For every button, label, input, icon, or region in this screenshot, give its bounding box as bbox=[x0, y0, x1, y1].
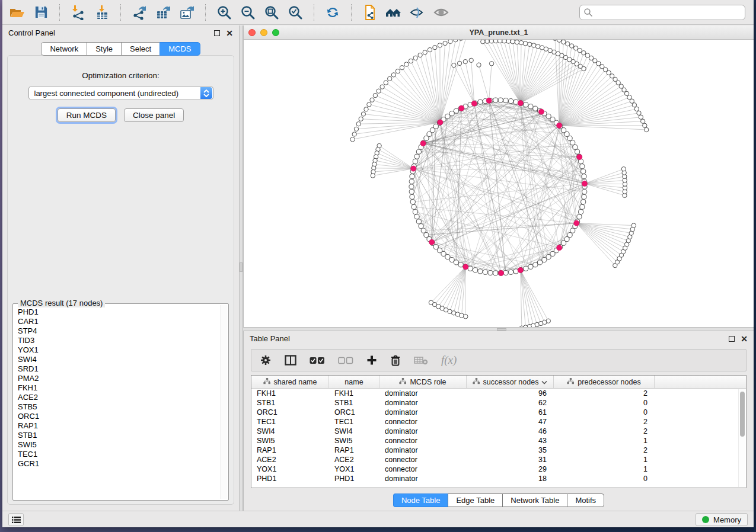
table-row[interactable]: ORC1ORC1dominator610 bbox=[251, 408, 746, 417]
table-cell: ACE2 bbox=[251, 456, 329, 464]
run-mcds-button[interactable]: Run MCDS bbox=[58, 108, 116, 122]
table-cell: ORC1 bbox=[329, 408, 379, 416]
tab-select[interactable]: Select bbox=[121, 42, 160, 56]
list-item[interactable]: SRD1 bbox=[18, 364, 220, 374]
export-network-icon[interactable] bbox=[130, 4, 148, 21]
table-scrollbar-thumb[interactable] bbox=[740, 392, 745, 437]
column-header-shared-name[interactable]: shared name bbox=[251, 376, 329, 388]
float-table-panel-icon[interactable] bbox=[729, 336, 735, 342]
tab-mcds[interactable]: MCDS bbox=[160, 42, 200, 56]
select-all-icon[interactable] bbox=[310, 357, 325, 364]
delete-column-icon[interactable] bbox=[390, 354, 401, 366]
tab-edge-table[interactable]: Edge Table bbox=[448, 493, 502, 507]
horizontal-splitter[interactable] bbox=[243, 327, 754, 331]
list-item[interactable]: ACE2 bbox=[18, 393, 220, 402]
list-item[interactable]: SWI5 bbox=[18, 440, 220, 450]
list-item[interactable]: PHD1 bbox=[18, 307, 220, 317]
float-panel-icon[interactable] bbox=[214, 30, 220, 36]
list-item[interactable]: TID3 bbox=[18, 336, 220, 345]
column-header-predecessor-nodes[interactable]: predecessor nodes bbox=[554, 376, 655, 388]
hide-selected-icon[interactable] bbox=[409, 4, 426, 21]
table-cell: FKH1 bbox=[251, 389, 329, 398]
table-panel: Table Panel ✕ bbox=[243, 331, 754, 511]
column-header-successor-nodes[interactable]: successor nodes bbox=[467, 376, 554, 388]
zoom-fit-icon[interactable] bbox=[263, 4, 280, 21]
column-header-mcds-role[interactable]: MCDS role bbox=[379, 376, 467, 388]
memory-button[interactable]: Memory bbox=[696, 513, 748, 526]
list-item[interactable]: PMA2 bbox=[18, 374, 220, 383]
table-row[interactable]: TEC1TEC1connector472 bbox=[251, 417, 746, 427]
table-cell: 2 bbox=[554, 418, 655, 426]
column-label: successor nodes bbox=[483, 378, 539, 386]
zoom-selected-icon[interactable] bbox=[286, 4, 304, 21]
network-titlebar[interactable]: YPA_prune.txt_1 bbox=[244, 25, 754, 40]
table-row[interactable]: PHD1PHD1dominator180 bbox=[251, 474, 746, 483]
list-item[interactable]: FKH1 bbox=[18, 383, 220, 393]
table-row[interactable]: RAP1RAP1dominator352 bbox=[251, 446, 746, 455]
toolbar-separator bbox=[120, 4, 121, 21]
add-column-icon[interactable] bbox=[366, 355, 377, 366]
criterion-value: largest connected component (undirected) bbox=[34, 89, 179, 98]
column-header-name[interactable]: name bbox=[329, 376, 379, 388]
table-cell: dominator bbox=[379, 399, 467, 407]
tab-motifs[interactable]: Motifs bbox=[567, 493, 604, 507]
table-cell: connector bbox=[379, 465, 467, 473]
show-columns-icon[interactable] bbox=[285, 355, 296, 366]
table-tabs: Node TableEdge TableNetwork TableMotifs bbox=[244, 493, 754, 507]
tab-node-table[interactable]: Node Table bbox=[393, 493, 448, 507]
table-row[interactable]: ACE2ACE2connector311 bbox=[251, 455, 746, 464]
list-item[interactable]: STP4 bbox=[18, 326, 220, 336]
import-table-icon[interactable] bbox=[93, 4, 111, 21]
table-row[interactable]: STB1STB1dominator620 bbox=[251, 398, 746, 408]
apply-layout-icon[interactable] bbox=[324, 4, 342, 21]
show-all-icon[interactable] bbox=[432, 4, 450, 21]
tab-network[interactable]: Network bbox=[41, 42, 87, 56]
vertical-splitter[interactable] bbox=[239, 25, 243, 511]
zoom-out-icon[interactable] bbox=[239, 4, 257, 21]
list-item[interactable]: GCR1 bbox=[18, 459, 220, 469]
graph-fan-nodes[interactable] bbox=[350, 40, 649, 327]
open-session-icon[interactable] bbox=[8, 4, 26, 21]
table-cell: ORC1 bbox=[251, 408, 329, 416]
zoom-in-icon[interactable] bbox=[215, 4, 233, 21]
list-item[interactable]: YOX1 bbox=[18, 345, 220, 355]
list-item[interactable]: STB1 bbox=[18, 431, 220, 440]
search-input[interactable] bbox=[593, 8, 741, 17]
column-label: name bbox=[344, 378, 363, 386]
criterion-dropdown[interactable]: largest connected component (undirected) bbox=[28, 86, 213, 100]
close-table-panel-icon[interactable]: ✕ bbox=[741, 335, 748, 343]
tab-network-table[interactable]: Network Table bbox=[502, 493, 567, 507]
list-item[interactable]: TEC1 bbox=[18, 450, 220, 459]
search-box[interactable] bbox=[579, 5, 745, 20]
table-row[interactable]: FKH1FKH1dominator962 bbox=[251, 389, 746, 398]
list-item[interactable]: RAP1 bbox=[18, 421, 220, 431]
table-cell: 0 bbox=[554, 399, 655, 407]
mcds-list-scrollbar[interactable] bbox=[221, 305, 227, 499]
close-panel-icon[interactable]: ✕ bbox=[226, 29, 233, 37]
table-row[interactable]: SWI5SWI5connector431 bbox=[251, 436, 746, 446]
table-cell: 35 bbox=[467, 446, 554, 454]
list-item[interactable]: CAR1 bbox=[18, 317, 220, 326]
save-session-icon[interactable] bbox=[32, 4, 50, 21]
first-neighbors-icon[interactable] bbox=[385, 4, 403, 21]
list-item[interactable]: ORC1 bbox=[18, 412, 220, 421]
tab-style[interactable]: Style bbox=[87, 42, 121, 56]
export-image-icon[interactable] bbox=[178, 4, 196, 21]
import-network-icon[interactable] bbox=[69, 4, 87, 21]
column-type-icon bbox=[473, 378, 480, 386]
list-item[interactable]: STB5 bbox=[18, 402, 220, 412]
task-list-icon bbox=[12, 516, 21, 524]
table-cell: 2 bbox=[554, 446, 655, 454]
deselect-all-icon[interactable] bbox=[338, 357, 353, 364]
new-network-from-file-icon[interactable] bbox=[361, 4, 379, 21]
list-item[interactable]: SWI4 bbox=[18, 355, 220, 364]
table-row[interactable]: SWI4SWI4dominator462 bbox=[251, 427, 746, 436]
table-row[interactable]: YOX1YOX1connector291 bbox=[251, 464, 746, 474]
table-settings-icon[interactable] bbox=[260, 354, 272, 366]
show-task-history-button[interactable] bbox=[8, 513, 24, 526]
close-panel-button[interactable]: Close panel bbox=[124, 108, 184, 122]
export-table-icon[interactable] bbox=[154, 4, 172, 21]
table-scrollbar[interactable] bbox=[738, 389, 745, 487]
network-canvas[interactable] bbox=[244, 40, 754, 327]
mcds-result-list[interactable]: PHD1CAR1STP4TID3YOX1SWI4SRD1PMA2FKH1ACE2… bbox=[14, 305, 220, 499]
